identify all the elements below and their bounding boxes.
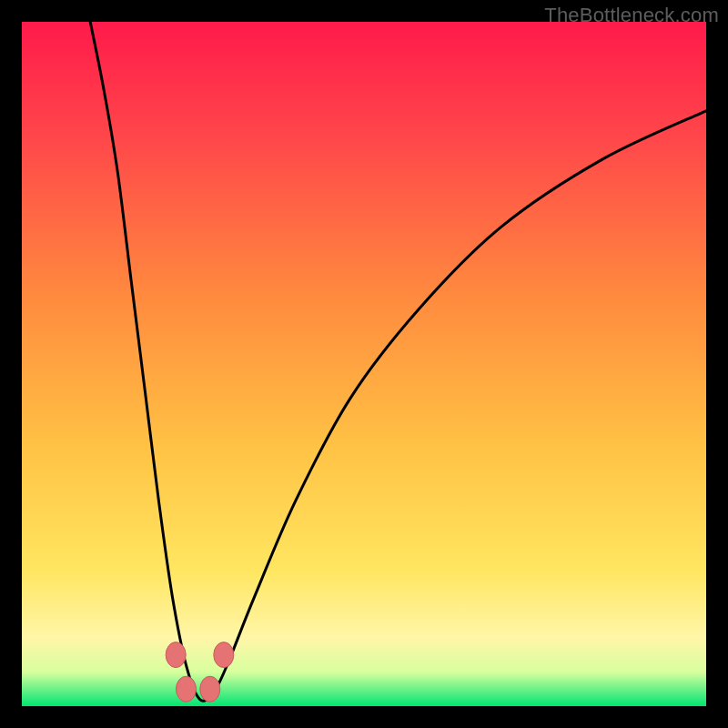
curve-marker: [214, 642, 234, 668]
chart-container: TheBottleneck.com: [0, 0, 728, 728]
plot-area: [22, 22, 706, 706]
curve-marker: [200, 676, 220, 702]
curve-marker: [177, 676, 197, 702]
curve-marker: [166, 642, 186, 668]
chart-svg: [22, 22, 706, 706]
gradient-background: [22, 22, 706, 706]
watermark-text: TheBottleneck.com: [544, 4, 719, 27]
